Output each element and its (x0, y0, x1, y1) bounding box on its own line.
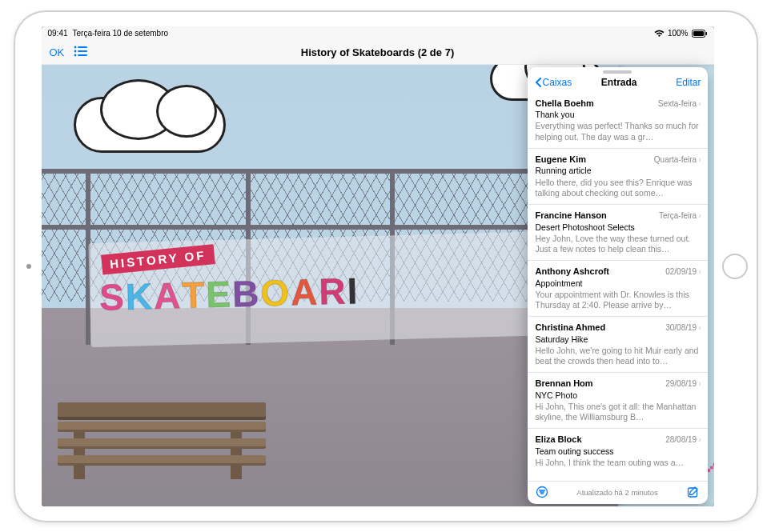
svg-rect-1 (693, 31, 704, 36)
svg-point-3 (74, 46, 77, 48)
mail-subject: Appointment (536, 278, 701, 289)
letter: I (346, 269, 358, 312)
mail-date: 29/08/19› (665, 379, 701, 390)
mail-sender: Christina Ahmed (536, 322, 606, 334)
battery-icon (692, 30, 708, 38)
mail-preview: Hi John, This one's got it all: the Manh… (536, 402, 701, 422)
mail-nav-bar: Caixas Entrada Editar (528, 75, 708, 93)
filter-icon[interactable] (536, 486, 548, 500)
mail-item[interactable]: Francine HansonTerça-feira›Desert Photos… (528, 204, 708, 260)
chevron-right-icon: › (698, 323, 701, 334)
svg-rect-2 (705, 32, 707, 35)
mail-subject: Desert Photoshoot Selects (536, 222, 701, 233)
cloud-illustration (74, 97, 226, 153)
chevron-right-icon: › (698, 211, 701, 222)
battery-percent: 100% (668, 29, 689, 38)
bench-art (58, 402, 266, 474)
page-title: History of Skateboards (2 de 7) (301, 46, 454, 58)
svg-point-7 (74, 54, 77, 56)
mail-date: 02/09/19› (665, 267, 701, 278)
screen: 09:41 Terça-feira 10 de setembro 100% OK (42, 26, 714, 506)
letter: E (205, 272, 231, 316)
mail-item[interactable]: Eliza Block28/08/19›Team outing successH… (528, 428, 708, 474)
mail-toolbar: Atualizado há 2 minutos (528, 481, 708, 504)
letter: B (231, 271, 259, 315)
svg-rect-8 (78, 54, 87, 56)
mail-sender: Eugene Kim (536, 154, 587, 166)
letter: S (98, 275, 124, 319)
chevron-right-icon: › (698, 99, 701, 110)
chevron-right-icon: › (698, 267, 701, 278)
list-icon[interactable] (74, 46, 88, 59)
mail-subject: Running article (536, 166, 701, 176)
letter: K (125, 274, 153, 318)
mail-preview: Hey John, Love the way these turned out.… (536, 234, 701, 254)
svg-rect-4 (78, 46, 87, 48)
mail-sender: Francine Hanson (536, 210, 607, 222)
compose-icon[interactable] (687, 486, 700, 500)
mail-sender: Chella Boehm (536, 98, 594, 110)
mail-date: Quarta-feira› (654, 155, 701, 166)
content-area: HISTORY OF S K A T E B O A R I (42, 65, 714, 506)
svg-rect-6 (78, 50, 87, 52)
mail-date: 30/08/19› (665, 323, 701, 334)
mail-subject: NYC Photo (536, 390, 701, 401)
mail-date: Terça-feira› (659, 211, 701, 222)
updated-status: Atualizado há 2 minutos (548, 488, 687, 497)
mail-item[interactable]: Brennan Hom29/08/19›NYC PhotoHi John, Th… (528, 372, 708, 428)
mail-subject: Saturday Hike (536, 334, 701, 345)
mail-item[interactable]: Anthony Ashcroft02/09/19›AppointmentYour… (528, 260, 708, 316)
mail-slideover-panel[interactable]: Caixas Entrada Editar Chella BoehmSexta-… (528, 67, 708, 504)
mail-sender: Anthony Ashcroft (536, 266, 609, 278)
mail-date: Sexta-feira› (658, 99, 701, 110)
mail-preview: Your appointment with Dr. Knowles is thi… (536, 290, 701, 310)
mail-preview: Hello John, we're going to hit Muir earl… (536, 346, 701, 366)
mail-sender: Brennan Hom (536, 378, 593, 390)
home-button[interactable] (722, 254, 748, 279)
mail-preview: Everything was perfect! Thanks so much f… (536, 121, 701, 142)
title-banner: HISTORY OF S K A T E B O A R I (88, 230, 587, 346)
status-time: 09:41 (48, 29, 68, 38)
letter: A (153, 274, 181, 318)
letter: A (290, 270, 318, 314)
ipad-frame: 09:41 Terça-feira 10 de setembro 100% OK (14, 10, 758, 522)
mail-sender: Eliza Block (536, 434, 582, 446)
status-bar: 09:41 Terça-feira 10 de setembro 100% (42, 26, 714, 41)
chevron-right-icon: › (698, 435, 701, 446)
letter: T (181, 273, 205, 317)
mail-subject: Thank you (536, 110, 701, 120)
mail-title: Entrada (562, 77, 676, 88)
mail-preview: Hello there, did you see this? Enrique w… (536, 178, 701, 198)
letter: O (259, 270, 289, 314)
mail-date: 28/08/19› (665, 435, 701, 446)
mail-preview: Hi John, I think the team outing was a… (536, 458, 701, 468)
mail-item[interactable]: Christina Ahmed30/08/19›Saturday HikeHel… (528, 316, 708, 372)
app-nav-bar: OK History of Skateboards (2 de 7) (42, 41, 714, 65)
chevron-right-icon: › (698, 379, 701, 390)
mail-item[interactable]: Chella BoehmSexta-feira›Thank youEveryth… (528, 93, 708, 148)
drag-handle[interactable] (603, 70, 632, 74)
mail-subject: Team outing success (536, 446, 701, 457)
mail-item[interactable]: Eugene KimQuarta-feira›Running articleHe… (528, 148, 708, 204)
ok-button[interactable]: OK (50, 46, 65, 58)
svg-point-5 (74, 50, 77, 52)
edit-button[interactable]: Editar (676, 77, 701, 88)
letter: R (318, 269, 346, 313)
chevron-right-icon: › (698, 155, 701, 166)
wifi-icon (654, 30, 665, 38)
status-date: Terça-feira 10 de setembro (73, 29, 169, 38)
mail-list[interactable]: Chella BoehmSexta-feira›Thank youEveryth… (528, 93, 708, 481)
